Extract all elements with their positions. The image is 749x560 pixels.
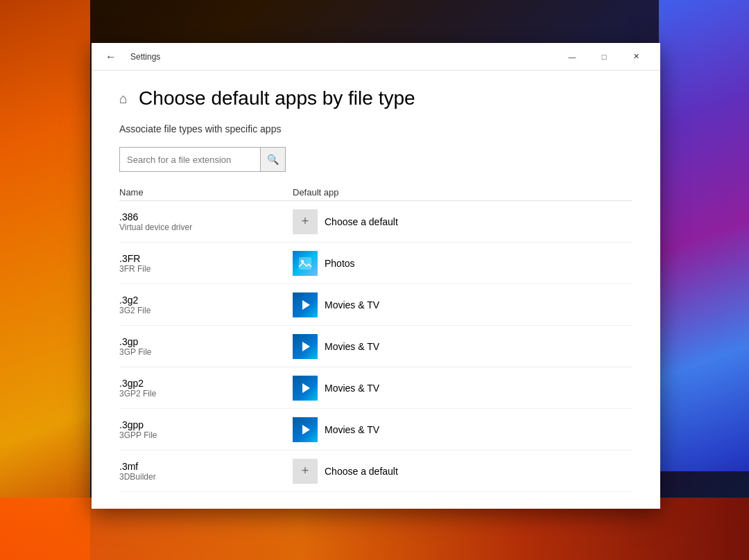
svg-marker-4 [302,383,310,393]
column-app-header: Default app [293,187,632,198]
default-app-button[interactable]: Movies & TV [293,292,379,317]
file-info: .3FR 3FR File [119,253,293,274]
file-info: .3gp 3GP File [119,336,293,357]
file-info: .386 Virtual device driver [119,211,293,232]
file-extension: .3gp [119,336,293,347]
page-title: Choose default apps by file type [139,87,415,110]
content-area: ⌂ Choose default apps by file type Assoc… [92,71,660,509]
table-row: .3g2 3G2 File Movies & TV [119,284,632,326]
table-row: .3FR 3FR File Photos [119,243,632,284]
page-header: ⌂ Choose default apps by file type [119,87,632,110]
table-row: .386 Virtual device driver + Choose a de… [119,201,632,243]
choose-default-icon: + [293,459,318,484]
svg-marker-2 [302,300,310,310]
svg-rect-0 [299,257,311,270]
default-app-button[interactable]: + Choose a default [293,459,398,484]
file-extension: .3gpp [119,419,293,430]
file-extension: .3gp2 [119,378,293,389]
photos-icon [293,251,318,276]
home-icon[interactable]: ⌂ [119,91,128,107]
titlebar-title: Settings [130,52,160,62]
titlebar: ← Settings — □ ✕ [92,43,660,71]
file-description: 3GP2 File [119,389,293,399]
table-row: .3gp2 3GP2 File Movies & TV [119,367,632,409]
movies-icon [293,376,318,401]
movies-icon [293,334,318,359]
file-description: 3G2 File [119,306,293,315]
file-description: 3GP File [119,347,293,357]
app-name-label: Choose a default [325,216,398,227]
titlebar-left: ← Settings [100,48,160,66]
back-button[interactable]: ← [100,48,122,66]
default-app-button[interactable]: Movies & TV [293,334,379,359]
table-row: .3mf 3DBuilder + Choose a default [119,450,632,492]
choose-default-icon: + [293,209,318,234]
file-extension: .3mf [119,461,293,472]
file-info: .3g2 3G2 File [119,295,293,315]
file-description: 3FR File [119,264,293,274]
movies-icon [293,417,318,442]
default-app-button[interactable]: Movies & TV [293,417,379,442]
search-button[interactable]: 🔍 [260,148,285,171]
search-box: 🔍 [119,147,286,172]
file-description: Virtual device driver [119,222,293,232]
app-name-label: Photos [325,258,355,269]
minimize-button[interactable]: — [556,46,588,68]
table-row: .3gpp 3GPP File Movies & TV [119,409,632,450]
svg-marker-3 [302,342,310,351]
app-name-label: Movies & TV [325,383,379,394]
table-header: Name Default app [119,184,632,201]
file-extension: .3FR [119,253,293,264]
app-name-label: Movies & TV [325,341,379,352]
file-description: 3DBuilder [119,472,293,482]
app-name-label: Movies & TV [325,299,379,310]
search-input[interactable] [120,150,260,170]
default-app-button[interactable]: Movies & TV [293,376,379,401]
page-subtitle: Associate file types with specific apps [119,123,632,134]
default-app-button[interactable]: Photos [293,251,355,276]
file-description: 3GPP File [119,430,293,440]
file-list: .386 Virtual device driver + Choose a de… [119,201,632,492]
app-name-label: Movies & TV [325,424,379,435]
titlebar-controls: — □ ✕ [556,46,652,68]
file-extension: .386 [119,211,293,222]
cubes-right-decoration [659,0,749,471]
file-info: .3mf 3DBuilder [119,461,293,482]
cubes-left-decoration [0,0,90,560]
table-row: .3gp 3GP File Movies & TV [119,326,632,367]
default-app-button[interactable]: + Choose a default [293,209,398,234]
svg-marker-5 [302,425,310,435]
file-info: .3gpp 3GPP File [119,419,293,440]
movies-icon [293,292,318,317]
file-info: .3gp2 3GP2 File [119,378,293,399]
close-button[interactable]: ✕ [620,46,652,68]
column-name-header: Name [119,187,293,198]
app-name-label: Choose a default [325,466,398,477]
maximize-button[interactable]: □ [588,46,620,68]
file-extension: .3g2 [119,295,293,306]
settings-window: ← Settings — □ ✕ ⌂ Choose default apps b… [92,43,660,509]
